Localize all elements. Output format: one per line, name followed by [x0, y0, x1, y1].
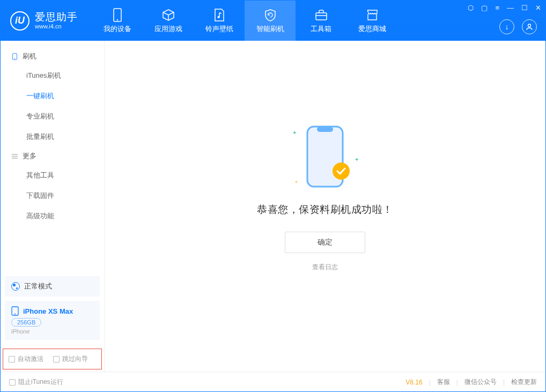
- version-label: V8.16: [405, 379, 422, 386]
- feedback-icon[interactable]: ▢: [481, 4, 488, 12]
- ok-button[interactable]: 确定: [285, 232, 365, 253]
- logo-icon: iU: [10, 11, 29, 31]
- view-log-link[interactable]: 查看日志: [312, 263, 338, 272]
- nav-tabs: 我的设备 应用游戏 铃声壁纸 智能刷机 工具箱 爱思商城: [92, 1, 397, 41]
- device-name: iPhone XS Max: [23, 307, 73, 315]
- toolbox-icon: [314, 8, 328, 22]
- minimize-button[interactable]: —: [507, 4, 514, 12]
- music-file-icon: [212, 8, 226, 22]
- wechat-link[interactable]: 微信公众号: [464, 378, 497, 387]
- svg-point-2: [217, 16, 219, 18]
- success-message: 恭喜您，保资料刷机成功啦！: [257, 203, 393, 217]
- check-update-link[interactable]: 检查更新: [511, 378, 537, 387]
- nav-my-device[interactable]: 我的设备: [92, 1, 143, 41]
- support-link[interactable]: 客服: [437, 378, 450, 387]
- sidebar-item-download-firmware[interactable]: 下载固件: [1, 186, 104, 206]
- nav-flash[interactable]: 智能刷机: [245, 1, 296, 41]
- svg-point-6: [14, 58, 15, 58]
- device-card[interactable]: iPhone XS Max 256GB iPhone: [5, 301, 100, 340]
- device-icon: [11, 306, 19, 316]
- app-url: www.i4.cn: [35, 23, 78, 29]
- sidebar-group-more: 更多: [1, 147, 104, 165]
- svg-point-8: [14, 314, 16, 315]
- sidebar: 刷机 iTunes刷机 一键刷机 专业刷机 批量刷机 更多 其他工具 下载固件 …: [1, 41, 105, 372]
- sidebar-item-itunes-flash[interactable]: iTunes刷机: [1, 65, 104, 86]
- sidebar-group-flash: 刷机: [1, 47, 104, 65]
- cube-icon: [161, 8, 175, 22]
- svg-point-4: [528, 24, 531, 27]
- header-actions: ↓: [499, 19, 537, 34]
- svg-rect-3: [316, 13, 327, 20]
- success-illustration: ✦ ✦ ✦: [304, 124, 346, 189]
- nav-store[interactable]: 爱思商城: [346, 1, 397, 41]
- checkbox-skip-guide[interactable]: 跳过向导: [53, 354, 88, 364]
- nav-apps[interactable]: 应用游戏: [143, 1, 194, 41]
- nav-ringtones[interactable]: 铃声壁纸: [194, 1, 245, 41]
- header: iU 爱思助手 www.i4.cn 我的设备 应用游戏 铃声壁纸 智能刷机 工具…: [1, 1, 545, 41]
- shirt-icon[interactable]: ⬡: [468, 4, 474, 12]
- phone-icon: [110, 8, 124, 22]
- app-name: 爱思助手: [35, 12, 78, 23]
- download-button[interactable]: ↓: [499, 19, 514, 34]
- main-content: ✦ ✦ ✦ 恭喜您，保资料刷机成功啦！ 确定 查看日志: [105, 41, 545, 372]
- footer: 阻止iTunes运行 V8.16 | 客服 | 微信公众号 | 检查更新: [1, 372, 545, 392]
- menu-icon[interactable]: ≡: [495, 4, 499, 12]
- close-button[interactable]: ✕: [535, 4, 541, 12]
- flash-options: 自动激活 跳过向导: [3, 349, 102, 369]
- mode-indicator[interactable]: 正常模式: [5, 276, 100, 297]
- device-type: iPhone: [11, 328, 93, 335]
- store-icon: [365, 8, 379, 22]
- window-controls: ⬡ ▢ ≡ — ☐ ✕: [468, 4, 541, 12]
- svg-rect-10: [317, 127, 333, 132]
- checkbox-block-itunes[interactable]: 阻止iTunes运行: [9, 378, 63, 387]
- account-button[interactable]: [522, 19, 537, 34]
- checkbox-auto-activate[interactable]: 自动激活: [9, 354, 43, 364]
- success-check-icon: [332, 162, 350, 180]
- svg-point-1: [116, 19, 117, 20]
- mode-icon: [11, 282, 20, 291]
- svg-point-11: [333, 162, 350, 180]
- sidebar-item-other-tools[interactable]: 其他工具: [1, 165, 104, 186]
- device-capacity: 256GB: [11, 318, 41, 327]
- maximize-button[interactable]: ☐: [521, 4, 528, 12]
- nav-toolbox[interactable]: 工具箱: [296, 1, 346, 41]
- sidebar-item-batch-flash[interactable]: 批量刷机: [1, 127, 104, 147]
- shield-refresh-icon: [263, 8, 277, 22]
- sidebar-item-pro-flash[interactable]: 专业刷机: [1, 106, 104, 127]
- logo: iU 爱思助手 www.i4.cn: [1, 11, 87, 31]
- sidebar-item-oneclick-flash[interactable]: 一键刷机: [1, 86, 104, 106]
- sidebar-item-advanced[interactable]: 高级功能: [1, 206, 104, 226]
